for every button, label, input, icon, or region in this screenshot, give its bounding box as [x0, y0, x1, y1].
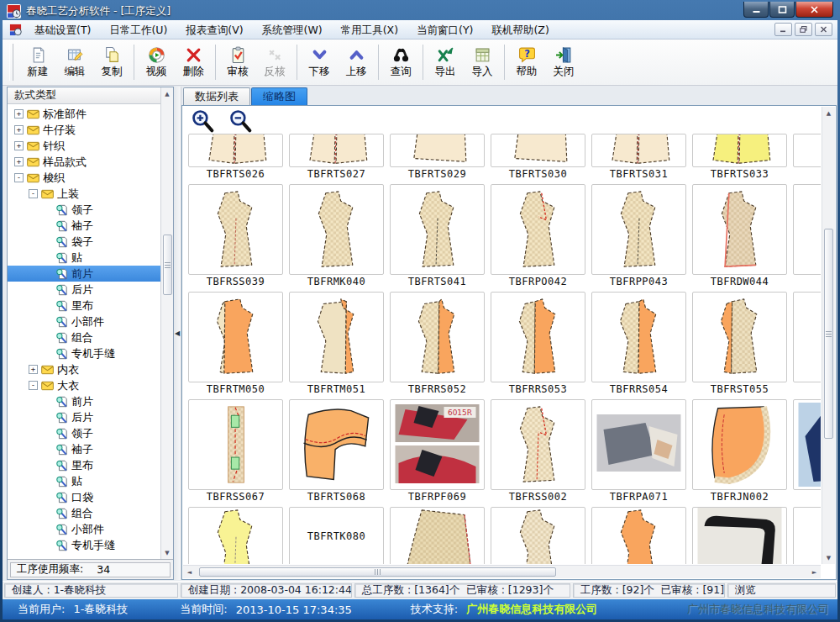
toolbar-button-edit[interactable]: 编辑	[56, 43, 93, 82]
tree-item[interactable]: -上装	[8, 186, 160, 202]
toolbar-button-exit[interactable]: 关闭	[545, 43, 582, 82]
splitter[interactable]: ◀	[174, 87, 181, 580]
tree-item[interactable]: 袋子	[8, 234, 160, 250]
collapse-icon[interactable]: -	[29, 189, 38, 198]
vertical-scrollbar[interactable]: ▲ ▼	[822, 107, 835, 564]
mdi-restore-button[interactable]	[795, 23, 812, 36]
tree-item[interactable]: 贴	[8, 473, 160, 489]
horizontal-scrollbar[interactable]: ◄ ►	[183, 565, 821, 578]
toolbar-button-audit[interactable]: 审核	[219, 43, 256, 82]
zoom-in-icon[interactable]	[191, 109, 215, 134]
tree-item[interactable]: +牛仔装	[8, 122, 160, 138]
tree-item[interactable]: 前片	[8, 266, 160, 282]
thumbnail-cell[interactable]: TBFRTS030	[491, 134, 585, 182]
expand-icon[interactable]: +	[14, 109, 24, 119]
thumbnail-cell[interactable]: TBFRJN002	[692, 399, 787, 504]
scroll-right-icon[interactable]: ►	[808, 569, 821, 576]
toolbar-button-up[interactable]: 上移	[338, 43, 375, 82]
tree-item[interactable]: +针织	[8, 138, 160, 154]
thumbnail-cell[interactable]	[491, 507, 585, 564]
thumbnail-cell[interactable]: TBFRPO042	[491, 184, 585, 289]
thumbnail-cell[interactable]: TBFRTS029	[390, 134, 485, 182]
thumbnail-cell[interactable]: TBFRTS031	[591, 134, 686, 182]
thumbnail-cell[interactable]: TBFRSS039	[188, 184, 283, 289]
close-button[interactable]	[795, 2, 833, 18]
thumbnail-cell[interactable]	[188, 507, 283, 564]
thumbnail-cell[interactable]: TBFRSS002	[491, 399, 585, 504]
tree-item[interactable]: 袖子	[8, 441, 160, 457]
menu-item[interactable]: 当前窗口(Y)	[407, 21, 482, 39]
scroll-up-icon[interactable]: ▲	[165, 87, 169, 100]
thumbnail-cell[interactable]: TBFRTM051	[289, 292, 384, 397]
thumbnail-cell[interactable]: TBFRTS033	[692, 134, 787, 182]
tree-item[interactable]: 后片	[8, 282, 160, 298]
expand-icon[interactable]: +	[14, 157, 24, 166]
tree-item[interactable]: +内衣	[8, 361, 160, 377]
tree-item[interactable]: +样品款式	[8, 154, 160, 170]
scrollbar-thumb[interactable]	[163, 235, 172, 295]
expand-icon[interactable]: +	[29, 365, 38, 374]
tree-item[interactable]: 前片	[8, 393, 160, 409]
scroll-down-icon[interactable]: ▼	[165, 546, 169, 559]
tree-item[interactable]: 小部件	[8, 521, 160, 537]
toolbar-button-help[interactable]: ?帮助	[508, 43, 545, 82]
scrollbar-thumb[interactable]	[824, 229, 833, 439]
collapse-icon[interactable]: -	[29, 381, 38, 390]
toolbar-button-copy[interactable]: 复制	[93, 43, 130, 82]
toolbar-button-video[interactable]: 视频	[138, 43, 175, 82]
toolbar-button-down[interactable]: 下移	[301, 43, 338, 82]
menu-item[interactable]: 基础设置(T)	[25, 21, 100, 39]
tree-item[interactable]: 里布	[8, 457, 160, 473]
tree-item[interactable]: 组合	[8, 505, 160, 521]
menu-item[interactable]: 报表查询(V)	[176, 21, 252, 39]
thumbnail-cell[interactable]: TBFRTS027	[289, 134, 384, 182]
expand-icon[interactable]: +	[14, 141, 24, 150]
thumbnail-cell[interactable]: TBFRSS067	[188, 399, 283, 504]
thumbnail-cell[interactable]	[793, 134, 821, 182]
tree-item[interactable]: 组合	[8, 329, 160, 345]
thumbnail-cell[interactable]	[793, 184, 821, 289]
tree-item[interactable]: +标准部件	[8, 106, 160, 122]
mdi-minimize-button[interactable]	[774, 23, 792, 36]
thumbnail-cell[interactable]	[793, 399, 821, 504]
thumbnail-cell[interactable]: TBFRDW044	[692, 184, 787, 289]
toolbar-button-unaudit[interactable]: 反核	[256, 43, 293, 82]
mdi-close-button[interactable]	[815, 23, 832, 36]
thumbnail-cell[interactable]	[591, 507, 686, 564]
tab-thumbnail[interactable]: 缩略图	[251, 87, 307, 105]
thumbnail-cell[interactable]: TBFRTS068	[289, 399, 384, 504]
maximize-button[interactable]	[769, 2, 795, 18]
thumbnail-cell[interactable]: TBFRTS041	[390, 184, 485, 289]
tree-item[interactable]: 领子	[8, 425, 160, 441]
tree-item[interactable]: 口袋	[8, 489, 160, 505]
thumbnail-cell[interactable]: TBFRRS054	[591, 292, 686, 397]
menu-item[interactable]: 系统管理(W)	[253, 21, 332, 39]
thumbnail-cell[interactable]: TBFRTS026	[188, 134, 283, 182]
thumbnail-cell[interactable]: TBFRRS053	[491, 292, 585, 397]
menu-item[interactable]: 联机帮助(Z)	[482, 21, 558, 39]
scrollbar-thumb[interactable]	[199, 567, 556, 577]
thumbnail-cell[interactable]	[793, 292, 821, 397]
scroll-down-icon[interactable]: ▼	[827, 551, 831, 564]
thumbnail-cell[interactable]: TBFRTM050	[188, 292, 283, 397]
thumbnail-cell[interactable]: TBFRPA071	[591, 399, 686, 504]
thumbnail-cell[interactable]: TBFRTK080	[289, 507, 384, 564]
sidebar-scrollbar[interactable]: ▲ ▼	[160, 87, 173, 559]
toolbar-button-export[interactable]: 导出	[427, 43, 464, 82]
thumbnail-cell[interactable]: TBFRST055	[692, 292, 787, 397]
toolbar-button-delete[interactable]: 删除	[175, 43, 212, 82]
scroll-up-icon[interactable]: ▲	[827, 107, 831, 119]
tree-item[interactable]: 专机手缝	[8, 537, 160, 553]
thumbnail-cell[interactable]: TBFRMK040	[289, 184, 384, 289]
minimize-button[interactable]	[743, 2, 769, 18]
menu-item[interactable]: 常用工具(X)	[332, 21, 407, 39]
toolbar-button-search[interactable]: 查询	[382, 43, 419, 82]
toolbar-button-import[interactable]: 导入	[464, 43, 501, 82]
tree-item[interactable]: -大衣	[8, 377, 160, 393]
thumbnail-cell[interactable]	[793, 507, 821, 564]
thumbnail-cell[interactable]: TBFRRS052	[390, 292, 485, 397]
tree-item[interactable]: 专机手缝	[8, 345, 160, 361]
toolbar-button-new[interactable]: 新建	[19, 43, 56, 82]
tree-item[interactable]: 后片	[8, 409, 160, 425]
tree-item[interactable]: -梭织	[8, 170, 160, 186]
